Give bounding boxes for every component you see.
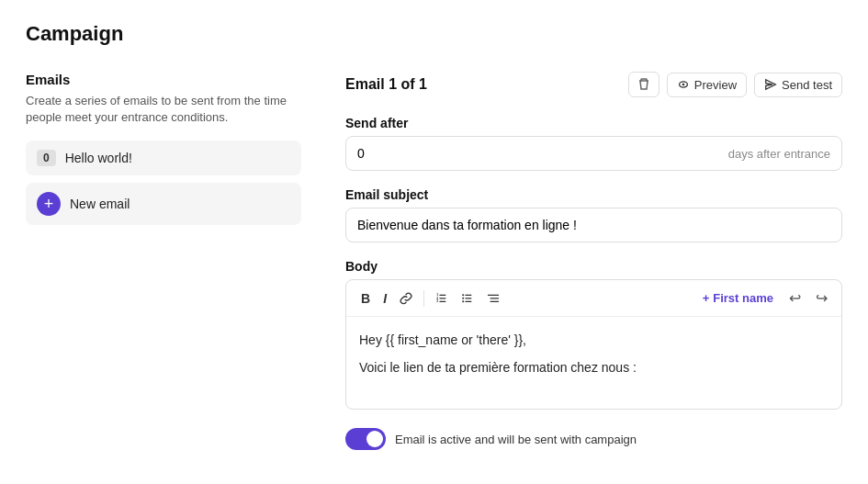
first-name-label: First name xyxy=(713,291,773,305)
email-subject-group: Email subject xyxy=(345,187,842,242)
bold-button[interactable]: B xyxy=(355,287,376,310)
toolbar-right: + First name ↩ ↪ xyxy=(697,286,832,310)
svg-point-13 xyxy=(462,300,464,302)
toolbar-separator-1 xyxy=(423,290,424,307)
indent-icon xyxy=(487,292,500,305)
unordered-list-icon xyxy=(461,292,474,305)
svg-point-11 xyxy=(462,294,464,296)
preview-button[interactable]: Preview xyxy=(667,73,747,97)
svg-rect-10 xyxy=(465,300,471,301)
italic-button[interactable]: I xyxy=(378,287,392,310)
svg-text:3: 3 xyxy=(436,299,438,303)
trash-icon xyxy=(637,77,651,92)
active-toggle[interactable] xyxy=(345,428,386,450)
email-subject-input[interactable] xyxy=(345,208,842,242)
svg-rect-3 xyxy=(439,298,445,298)
send-icon xyxy=(764,78,777,91)
toggle-label: Email is active and will be sent with ca… xyxy=(395,433,637,446)
svg-rect-9 xyxy=(465,298,471,298)
email-badge: 0 xyxy=(37,150,56,166)
redo-button[interactable]: ↪ xyxy=(811,286,832,310)
first-name-button[interactable]: + First name xyxy=(697,287,779,309)
emails-section-desc: Create a series of emails to be sent fro… xyxy=(26,93,301,126)
send-test-button[interactable]: Send test xyxy=(754,73,842,97)
svg-rect-16 xyxy=(490,300,500,301)
new-email-label: New email xyxy=(70,197,130,211)
first-name-prefix: + xyxy=(703,291,710,305)
indent-button[interactable] xyxy=(481,288,505,309)
editor-wrapper: B I 1 xyxy=(345,279,842,410)
editor-body[interactable]: Hey {{ first_name or 'there' }}, Voici l… xyxy=(346,317,841,409)
toggle-row: Email is active and will be sent with ca… xyxy=(345,428,842,450)
email-header: Email 1 of 1 Preview xyxy=(345,72,842,97)
link-button[interactable] xyxy=(394,288,418,309)
header-actions: Preview Send test xyxy=(628,72,842,97)
svg-rect-4 xyxy=(439,300,445,301)
plus-icon: + xyxy=(37,192,61,216)
send-test-label: Send test xyxy=(782,78,832,92)
email-name: Hello world! xyxy=(65,151,132,165)
body-line-1: Hey {{ first_name or 'there' }}, xyxy=(359,330,829,350)
page-title: Campaign xyxy=(26,22,842,46)
body-label: Body xyxy=(345,259,842,274)
left-panel: Emails Create a series of emails to be s… xyxy=(26,72,301,225)
editor-toolbar: B I 1 xyxy=(346,280,841,317)
svg-rect-14 xyxy=(488,294,499,295)
email-subject-label: Email subject xyxy=(345,187,842,202)
preview-label: Preview xyxy=(694,78,737,92)
svg-rect-15 xyxy=(490,298,500,298)
undo-button[interactable]: ↩ xyxy=(784,286,806,310)
send-after-input-row: days after entrance xyxy=(345,136,842,171)
svg-point-12 xyxy=(462,297,464,298)
email-list-item[interactable]: 0 Hello world! xyxy=(26,141,301,175)
send-after-group: Send after days after entrance xyxy=(345,116,842,171)
right-panel: Email 1 of 1 Preview xyxy=(345,72,842,450)
link-icon xyxy=(400,292,412,305)
send-after-label: Send after xyxy=(345,116,842,130)
eye-icon xyxy=(677,78,690,91)
send-after-input[interactable] xyxy=(346,137,717,170)
ordered-list-icon: 1 2 3 xyxy=(435,292,448,305)
ordered-list-button[interactable]: 1 2 3 xyxy=(430,288,454,309)
send-after-suffix: days after entrance xyxy=(717,138,841,170)
email-counter-title: Email 1 of 1 xyxy=(345,76,427,93)
svg-rect-8 xyxy=(465,294,471,295)
emails-section-title: Emails xyxy=(26,72,301,87)
svg-rect-2 xyxy=(439,294,445,295)
body-group: Body B I xyxy=(345,259,842,410)
unordered-list-button[interactable] xyxy=(456,288,479,309)
delete-button[interactable] xyxy=(628,72,659,97)
svg-point-1 xyxy=(682,84,685,86)
new-email-button[interactable]: + New email xyxy=(26,183,301,225)
body-line-2: Voici le lien de ta première formation c… xyxy=(359,357,829,377)
